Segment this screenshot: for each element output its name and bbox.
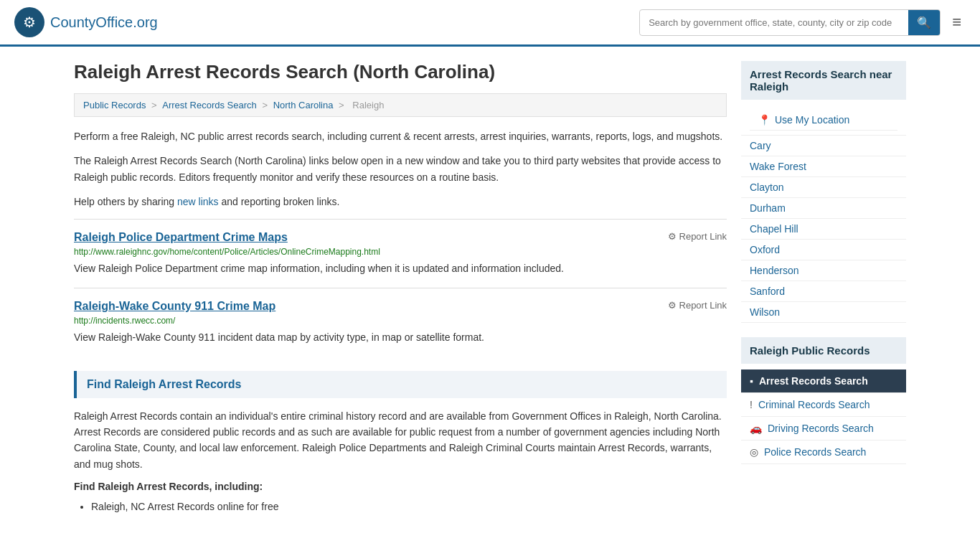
search-input[interactable]: [640, 11, 908, 34]
nearby-clayton-link[interactable]: Clayton: [750, 182, 783, 193]
result-url-2[interactable]: http://incidents.rwecc.com/: [74, 316, 727, 326]
nearby-durham-link[interactable]: Durham: [750, 202, 786, 214]
breadcrumb-raleigh: Raleigh: [352, 100, 384, 110]
search-bar: 🔍: [639, 9, 941, 36]
logo-suffix: .org: [133, 14, 157, 30]
content-area: Raleigh Arrest Records Search (North Car…: [74, 61, 727, 516]
result-title-1[interactable]: Raleigh Police Department Crime Maps: [74, 231, 288, 244]
nearby-oxford-link[interactable]: Oxford: [750, 244, 780, 255]
find-section-body: Raleigh Arrest Records contain an indivi…: [74, 408, 727, 473]
driving-records-icon: 🚗: [750, 423, 762, 434]
public-records-section-title: Raleigh Public Records: [741, 337, 906, 364]
logo-text: CountyOffice.org: [50, 14, 158, 31]
criminal-records-link[interactable]: Criminal Records Search: [758, 399, 870, 410]
logo-icon: ⚙: [14, 7, 44, 37]
result-card-2-header: Raleigh-Wake County 911 Crime Map ⚙ Repo…: [74, 300, 727, 313]
arrest-records-link[interactable]: Arrest Records Search: [759, 375, 868, 387]
breadcrumb: Public Records > Arrest Records Search >…: [74, 93, 727, 117]
location-pin-icon: 📍: [758, 114, 771, 126]
breadcrumb-public-records[interactable]: Public Records: [83, 100, 146, 110]
breadcrumb-north-carolina[interactable]: North Carolina: [273, 100, 334, 110]
find-list: Raleigh, NC Arrest Records online for fr…: [91, 498, 727, 516]
use-my-location-item: 📍 Use My Location: [741, 105, 906, 136]
report-link-1[interactable]: ⚙ Report Link: [668, 231, 727, 242]
hamburger-menu-icon[interactable]: ≡: [948, 9, 966, 36]
find-subtitle: Find Raleigh Arrest Records, including:: [74, 481, 727, 492]
nearby-henderson-link[interactable]: Henderson: [750, 265, 799, 276]
nearby-sanford: Sanford: [741, 281, 906, 302]
page-title: Raleigh Arrest Records Search (North Car…: [74, 61, 727, 83]
nearby-clayton: Clayton: [741, 177, 906, 198]
nearby-wilson: Wilson: [741, 302, 906, 323]
header-right: 🔍 ≡: [639, 9, 966, 36]
nearby-cary-link[interactable]: Cary: [750, 140, 771, 151]
nearby-wilson-link[interactable]: Wilson: [750, 306, 780, 318]
record-driving-search[interactable]: 🚗 Driving Records Search: [741, 417, 906, 441]
main-container: Raleigh Arrest Records Search (North Car…: [60, 47, 920, 530]
use-my-location-link[interactable]: 📍 Use My Location: [750, 110, 897, 131]
use-my-location-label: Use My Location: [775, 114, 849, 126]
result-desc-2: View Raleigh-Wake County 911 incident da…: [74, 330, 727, 345]
report-icon-1: ⚙: [668, 231, 677, 242]
find-list-item-1: Raleigh, NC Arrest Records online for fr…: [91, 498, 727, 516]
nearby-chapel-hill: Chapel Hill: [741, 219, 906, 240]
search-button[interactable]: 🔍: [908, 10, 940, 35]
desc3-end: and reporting broken links.: [221, 196, 339, 207]
sidebar: Arrest Records Search near Raleigh 📍 Use…: [741, 61, 906, 516]
find-section-heading: Find Raleigh Arrest Records: [74, 371, 727, 398]
police-records-icon: ◎: [750, 446, 758, 458]
driving-records-link[interactable]: Driving Records Search: [768, 423, 874, 434]
report-link-2[interactable]: ⚙ Report Link: [668, 300, 727, 311]
nearby-wake-forest-link[interactable]: Wake Forest: [750, 161, 806, 172]
nearby-henderson: Henderson: [741, 260, 906, 281]
nearby-oxford: Oxford: [741, 240, 906, 260]
description-2: The Raleigh Arrest Records Search (North…: [74, 153, 727, 185]
record-criminal-search[interactable]: ! Criminal Records Search: [741, 393, 906, 417]
police-records-link[interactable]: Police Records Search: [764, 446, 866, 458]
record-arrest-search[interactable]: ▪ Arrest Records Search: [741, 369, 906, 393]
criminal-records-icon: !: [750, 399, 753, 410]
report-icon-2: ⚙: [668, 300, 677, 311]
breadcrumb-arrest-records[interactable]: Arrest Records Search: [162, 100, 257, 110]
nearby-section-title: Arrest Records Search near Raleigh: [741, 61, 906, 100]
logo-area: ⚙ CountyOffice.org: [14, 7, 158, 37]
nearby-durham: Durham: [741, 198, 906, 219]
breadcrumb-sep2: >: [262, 100, 270, 110]
record-police-search[interactable]: ◎ Police Records Search: [741, 441, 906, 464]
nearby-cary: Cary: [741, 136, 906, 156]
new-links-link[interactable]: new links: [177, 196, 219, 207]
report-label-1: Report Link: [679, 231, 727, 242]
result-title-2[interactable]: Raleigh-Wake County 911 Crime Map: [74, 300, 275, 313]
report-label-2: Report Link: [679, 300, 727, 311]
result-desc-1: View Raleigh Police Department crime map…: [74, 261, 727, 276]
result-card-1: Raleigh Police Department Crime Maps ⚙ R…: [74, 219, 727, 288]
nearby-list: 📍 Use My Location Cary Wake Forest Clayt…: [741, 105, 906, 323]
arrest-records-icon: ▪: [750, 375, 753, 387]
nearby-sanford-link[interactable]: Sanford: [750, 286, 785, 297]
breadcrumb-sep3: >: [339, 100, 347, 110]
result-url-1[interactable]: http://www.raleighnc.gov/home/content/Po…: [74, 247, 727, 257]
site-header: ⚙ CountyOffice.org 🔍 ≡: [0, 0, 980, 47]
breadcrumb-sep1: >: [151, 100, 159, 110]
public-records-list: ▪ Arrest Records Search ! Criminal Recor…: [741, 369, 906, 464]
result-card-2: Raleigh-Wake County 911 Crime Map ⚙ Repo…: [74, 288, 727, 357]
nearby-chapel-hill-link[interactable]: Chapel Hill: [750, 223, 798, 235]
description-3: Help others by sharing new links and rep…: [74, 194, 727, 209]
logo-name: CountyOffice: [50, 14, 133, 30]
nearby-wake-forest: Wake Forest: [741, 156, 906, 177]
desc3-start: Help others by sharing: [74, 196, 174, 207]
description-1: Perform a free Raleigh, NC public arrest…: [74, 128, 727, 144]
result-card-1-header: Raleigh Police Department Crime Maps ⚙ R…: [74, 231, 727, 244]
